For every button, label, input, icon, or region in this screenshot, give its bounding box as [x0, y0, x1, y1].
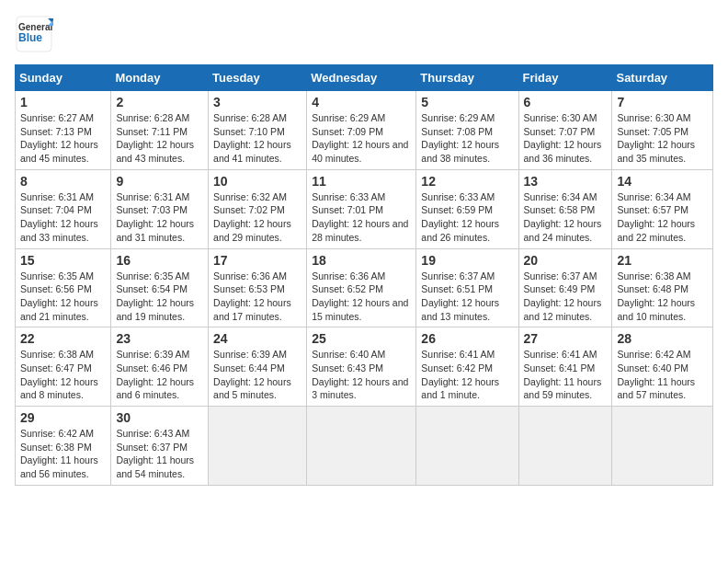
day-cell-27: 27 Sunrise: 6:41 AM Sunset: 6:41 PM Dayl…	[518, 327, 612, 407]
col-header-saturday: Saturday	[612, 65, 713, 91]
day-cell-3: 3 Sunrise: 6:28 AM Sunset: 7:10 PM Dayli…	[209, 91, 307, 170]
day-number: 28	[617, 331, 708, 346]
day-cell-1: 1 Sunrise: 6:27 AM Sunset: 7:13 PM Dayli…	[16, 91, 111, 170]
day-cell-4: 4 Sunrise: 6:29 AM Sunset: 7:09 PM Dayli…	[307, 91, 416, 170]
logo: General Blue	[15, 15, 53, 53]
day-info: Sunrise: 6:41 AM Sunset: 6:42 PM Dayligh…	[421, 348, 513, 402]
day-info: Sunrise: 6:37 AM Sunset: 6:49 PM Dayligh…	[524, 270, 608, 324]
day-info: Sunrise: 6:35 AM Sunset: 6:54 PM Dayligh…	[116, 270, 203, 324]
day-number: 21	[617, 253, 708, 268]
day-cell-10: 10 Sunrise: 6:32 AM Sunset: 7:02 PM Dayl…	[209, 169, 307, 248]
empty-cell	[416, 407, 518, 486]
day-number: 14	[617, 174, 708, 189]
day-number: 27	[524, 331, 608, 346]
day-info: Sunrise: 6:42 AM Sunset: 6:40 PM Dayligh…	[617, 348, 708, 402]
day-number: 1	[20, 95, 106, 109]
col-header-friday: Friday	[518, 65, 612, 91]
day-info: Sunrise: 6:29 AM Sunset: 7:09 PM Dayligh…	[312, 111, 411, 166]
day-info: Sunrise: 6:41 AM Sunset: 6:41 PM Dayligh…	[524, 348, 608, 402]
day-info: Sunrise: 6:30 AM Sunset: 7:07 PM Dayligh…	[524, 111, 608, 166]
empty-cell	[612, 407, 713, 486]
day-number: 23	[116, 331, 203, 346]
day-number: 2	[116, 95, 203, 109]
col-header-tuesday: Tuesday	[209, 65, 307, 91]
day-info: Sunrise: 6:29 AM Sunset: 7:08 PM Dayligh…	[421, 111, 513, 166]
col-header-thursday: Thursday	[416, 65, 518, 91]
empty-cell	[307, 407, 416, 486]
day-cell-6: 6 Sunrise: 6:30 AM Sunset: 7:07 PM Dayli…	[518, 91, 612, 170]
day-cell-12: 12 Sunrise: 6:33 AM Sunset: 6:59 PM Dayl…	[416, 169, 518, 248]
day-cell-11: 11 Sunrise: 6:33 AM Sunset: 7:01 PM Dayl…	[307, 169, 416, 248]
logo-graphic: General Blue	[15, 15, 53, 53]
day-info: Sunrise: 6:39 AM Sunset: 6:44 PM Dayligh…	[213, 348, 301, 402]
day-cell-17: 17 Sunrise: 6:36 AM Sunset: 6:53 PM Dayl…	[209, 248, 307, 327]
day-cell-7: 7 Sunrise: 6:30 AM Sunset: 7:05 PM Dayli…	[612, 91, 713, 170]
day-info: Sunrise: 6:34 AM Sunset: 6:57 PM Dayligh…	[617, 190, 708, 245]
day-number: 18	[312, 253, 411, 268]
day-number: 13	[524, 174, 608, 189]
day-number: 3	[213, 95, 301, 109]
day-number: 26	[421, 331, 513, 346]
day-number: 19	[421, 253, 513, 268]
day-cell-25: 25 Sunrise: 6:40 AM Sunset: 6:43 PM Dayl…	[307, 327, 416, 407]
logo: General Blue	[15, 15, 53, 53]
day-number: 22	[20, 331, 106, 346]
day-info: Sunrise: 6:27 AM Sunset: 7:13 PM Dayligh…	[20, 111, 106, 166]
day-info: Sunrise: 6:38 AM Sunset: 6:47 PM Dayligh…	[20, 348, 106, 402]
day-info: Sunrise: 6:36 AM Sunset: 6:52 PM Dayligh…	[312, 270, 411, 324]
day-info: Sunrise: 6:38 AM Sunset: 6:48 PM Dayligh…	[617, 270, 708, 324]
empty-cell	[518, 407, 612, 486]
day-info: Sunrise: 6:36 AM Sunset: 6:53 PM Dayligh…	[213, 270, 301, 324]
day-number: 10	[213, 174, 301, 189]
day-cell-30: 30 Sunrise: 6:43 AM Sunset: 6:37 PM Dayl…	[111, 407, 209, 486]
day-info: Sunrise: 6:40 AM Sunset: 6:43 PM Dayligh…	[312, 348, 411, 402]
day-info: Sunrise: 6:30 AM Sunset: 7:05 PM Dayligh…	[617, 111, 708, 166]
col-header-wednesday: Wednesday	[307, 65, 416, 91]
day-number: 17	[213, 253, 301, 268]
day-number: 30	[116, 410, 203, 425]
day-cell-23: 23 Sunrise: 6:39 AM Sunset: 6:46 PM Dayl…	[111, 327, 209, 407]
day-info: Sunrise: 6:35 AM Sunset: 6:56 PM Dayligh…	[20, 270, 106, 324]
calendar-week-2: 8 Sunrise: 6:31 AM Sunset: 7:04 PM Dayli…	[16, 169, 713, 248]
day-info: Sunrise: 6:31 AM Sunset: 7:04 PM Dayligh…	[20, 190, 106, 245]
day-cell-9: 9 Sunrise: 6:31 AM Sunset: 7:03 PM Dayli…	[111, 169, 209, 248]
day-info: Sunrise: 6:39 AM Sunset: 6:46 PM Dayligh…	[116, 348, 203, 402]
day-info: Sunrise: 6:28 AM Sunset: 7:10 PM Dayligh…	[213, 111, 301, 166]
calendar-week-1: 1 Sunrise: 6:27 AM Sunset: 7:13 PM Dayli…	[16, 91, 713, 170]
col-header-monday: Monday	[111, 65, 209, 91]
day-number: 16	[116, 253, 203, 268]
day-cell-19: 19 Sunrise: 6:37 AM Sunset: 6:51 PM Dayl…	[416, 248, 518, 327]
day-number: 11	[312, 174, 411, 189]
day-cell-18: 18 Sunrise: 6:36 AM Sunset: 6:52 PM Dayl…	[307, 248, 416, 327]
day-info: Sunrise: 6:42 AM Sunset: 6:38 PM Dayligh…	[20, 427, 106, 481]
svg-text:Blue: Blue	[18, 31, 42, 44]
day-number: 6	[524, 95, 608, 109]
col-header-sunday: Sunday	[16, 65, 111, 91]
day-number: 29	[20, 410, 106, 425]
calendar-table: SundayMondayTuesdayWednesdayThursdayFrid…	[15, 64, 713, 486]
day-info: Sunrise: 6:32 AM Sunset: 7:02 PM Dayligh…	[213, 190, 301, 245]
day-number: 5	[421, 95, 513, 109]
day-cell-16: 16 Sunrise: 6:35 AM Sunset: 6:54 PM Dayl…	[111, 248, 209, 327]
day-number: 12	[421, 174, 513, 189]
day-cell-21: 21 Sunrise: 6:38 AM Sunset: 6:48 PM Dayl…	[612, 248, 713, 327]
day-info: Sunrise: 6:33 AM Sunset: 6:59 PM Dayligh…	[421, 190, 513, 245]
day-info: Sunrise: 6:37 AM Sunset: 6:51 PM Dayligh…	[421, 270, 513, 324]
day-info: Sunrise: 6:43 AM Sunset: 6:37 PM Dayligh…	[116, 427, 203, 481]
day-cell-22: 22 Sunrise: 6:38 AM Sunset: 6:47 PM Dayl…	[16, 327, 111, 407]
day-number: 20	[524, 253, 608, 268]
day-cell-14: 14 Sunrise: 6:34 AM Sunset: 6:57 PM Dayl…	[612, 169, 713, 248]
day-cell-8: 8 Sunrise: 6:31 AM Sunset: 7:04 PM Dayli…	[16, 169, 111, 248]
day-cell-2: 2 Sunrise: 6:28 AM Sunset: 7:11 PM Dayli…	[111, 91, 209, 170]
day-cell-29: 29 Sunrise: 6:42 AM Sunset: 6:38 PM Dayl…	[16, 407, 111, 486]
day-cell-13: 13 Sunrise: 6:34 AM Sunset: 6:58 PM Dayl…	[518, 169, 612, 248]
empty-cell	[209, 407, 307, 486]
calendar-week-3: 15 Sunrise: 6:35 AM Sunset: 6:56 PM Dayl…	[16, 248, 713, 327]
day-number: 4	[312, 95, 411, 109]
day-number: 15	[20, 253, 106, 268]
day-cell-5: 5 Sunrise: 6:29 AM Sunset: 7:08 PM Dayli…	[416, 91, 518, 170]
day-cell-26: 26 Sunrise: 6:41 AM Sunset: 6:42 PM Dayl…	[416, 327, 518, 407]
day-info: Sunrise: 6:31 AM Sunset: 7:03 PM Dayligh…	[116, 190, 203, 245]
day-number: 8	[20, 174, 106, 189]
calendar-week-5: 29 Sunrise: 6:42 AM Sunset: 6:38 PM Dayl…	[16, 407, 713, 486]
